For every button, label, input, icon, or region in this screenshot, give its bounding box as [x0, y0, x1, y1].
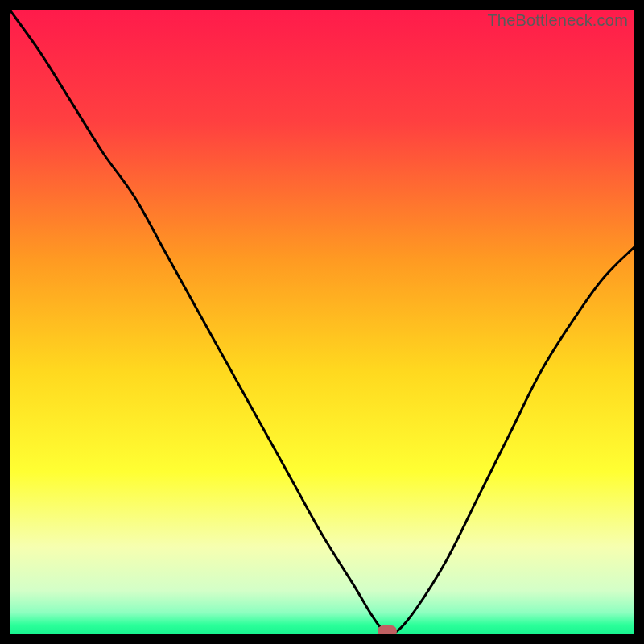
- optimal-point-marker: [378, 625, 397, 634]
- gradient-background: [10, 10, 634, 634]
- plot-area: TheBottleneck.com: [10, 10, 634, 634]
- svg-rect-0: [10, 10, 634, 634]
- watermark-text: TheBottleneck.com: [487, 11, 628, 30]
- chart-frame: TheBottleneck.com: [0, 0, 644, 644]
